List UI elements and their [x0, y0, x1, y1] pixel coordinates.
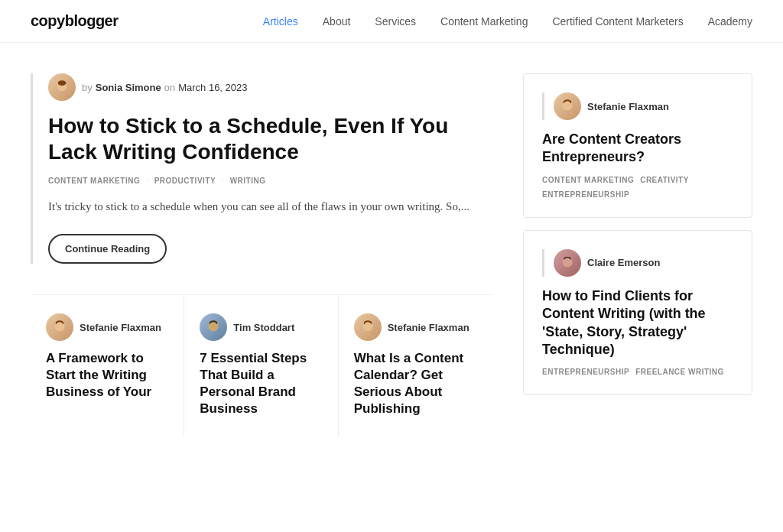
bottom-card-1-title[interactable]: 7 Essential Steps That Build a Personal …	[200, 350, 322, 417]
svg-point-9	[210, 323, 218, 331]
bottom-card-1-avatar	[200, 313, 227, 341]
bottom-card-0-title[interactable]: A Framework to Start the Writing Busines…	[46, 350, 168, 401]
sidebar-card-0-title[interactable]: Are Content Creators Entrepreneurs?	[542, 131, 733, 167]
sidebar-card-1: Claire Emerson How to Find Clients for C…	[523, 230, 752, 396]
sidebar-card-1-avatar	[554, 249, 581, 277]
tag-productivity[interactable]: PRODUCTIVITY	[154, 177, 216, 185]
featured-author-avatar	[48, 73, 76, 101]
sidebar-card-1-tags: ENTREPRENEURSHIP FREELANCE WRITING	[542, 368, 733, 376]
nav-content-marketing[interactable]: Content Marketing	[440, 15, 528, 28]
svg-point-15	[564, 101, 572, 109]
bottom-card-2-title[interactable]: What Is a Content Calendar? Get Serious …	[354, 350, 477, 417]
bottom-card-1-author: Tim Stoddart	[233, 322, 294, 333]
nav-academy[interactable]: Academy	[708, 15, 752, 28]
sidebar-tag-0-2[interactable]: ENTREPRENEURSHIP	[542, 190, 629, 199]
sidebar-card-0-avatar	[554, 92, 581, 120]
bottom-card-2-author-line: Stefanie Flaxman	[354, 313, 477, 341]
featured-date: March 16, 2023	[178, 82, 247, 93]
bottom-card-1: Tim Stoddart 7 Essential Steps That Buil…	[184, 295, 338, 436]
tag-content-marketing[interactable]: CONTENT MARKETING	[48, 177, 140, 185]
featured-article: by Sonia Simone on March 16, 2023 How to…	[31, 73, 492, 264]
sidebar-tag-0-1[interactable]: CREATIVITY	[640, 176, 689, 184]
bottom-card-0-author: Stefanie Flaxman	[80, 322, 161, 333]
sidebar-card-0-tags: CONTENT MARKETING CREATIVITY ENTREPRENEU…	[542, 176, 733, 199]
sidebar-card-0: Stefanie Flaxman Are Content Creators En…	[523, 73, 752, 218]
tag-writing[interactable]: WRITING	[230, 177, 266, 185]
bottom-card-0-avatar	[46, 313, 73, 341]
bottom-card-2: Stefanie Flaxman What Is a Content Calen…	[339, 295, 492, 436]
by-label: by	[82, 82, 93, 93]
featured-excerpt: It's tricky to stick to a schedule when …	[48, 197, 492, 216]
svg-point-3	[58, 80, 67, 86]
svg-point-6	[56, 323, 64, 331]
featured-title: How to Stick to a Schedule, Even If You …	[48, 113, 492, 164]
bottom-card-1-author-line: Tim Stoddart	[200, 313, 322, 341]
sidebar-card-0-author: Stefanie Flaxman	[587, 101, 669, 112]
bottom-card-0: Stefanie Flaxman A Framework to Start th…	[31, 295, 184, 436]
sidebar-tag-0-0[interactable]: CONTENT MARKETING	[542, 176, 634, 184]
nav-articles[interactable]: Articles	[263, 15, 298, 28]
sidebar-card-1-author: Claire Emerson	[587, 257, 660, 268]
page-layout: by Sonia Simone on March 16, 2023 How to…	[0, 43, 783, 436]
bottom-grid: Stefanie Flaxman A Framework to Start th…	[31, 294, 492, 436]
site-logo[interactable]: copyblogger	[31, 12, 119, 30]
featured-author-name: Sonia Simone	[96, 82, 161, 93]
sidebar-card-0-author-line: Stefanie Flaxman	[542, 92, 733, 120]
sidebar-tag-1-0[interactable]: ENTREPRENEURSHIP	[542, 368, 629, 376]
sidebar-tag-1-1[interactable]: FREELANCE WRITING	[635, 368, 724, 376]
nav-links: Articles About Services Content Marketin…	[263, 15, 752, 28]
svg-point-18	[564, 258, 572, 266]
nav-about[interactable]: About	[323, 15, 351, 28]
featured-author-line: by Sonia Simone on March 16, 2023	[48, 73, 492, 101]
featured-tags: CONTENT MARKETING · PRODUCTIVITY · WRITI…	[48, 177, 492, 185]
on-label: on	[164, 82, 175, 93]
sidebar-card-1-title[interactable]: How to Find Clients for Content Writing …	[542, 287, 733, 359]
navigation: copyblogger Articles About Services Cont…	[0, 0, 783, 43]
bottom-card-2-avatar	[354, 313, 382, 341]
svg-point-12	[363, 323, 372, 331]
bottom-card-2-author: Stefanie Flaxman	[388, 322, 469, 333]
nav-services[interactable]: Services	[375, 15, 416, 28]
nav-certified[interactable]: Certified Content Marketers	[552, 15, 683, 28]
continue-reading-button[interactable]: Continue Reading	[48, 234, 167, 264]
sidebar-card-1-author-line: Claire Emerson	[542, 249, 733, 277]
sidebar: Stefanie Flaxman Are Content Creators En…	[523, 73, 752, 436]
featured-author-meta: by Sonia Simone on March 16, 2023	[82, 82, 248, 93]
main-content: by Sonia Simone on March 16, 2023 How to…	[31, 73, 523, 436]
bottom-card-0-author-line: Stefanie Flaxman	[46, 313, 168, 341]
